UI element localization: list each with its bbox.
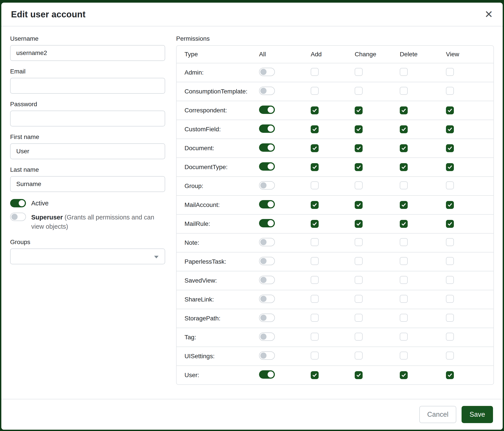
permission-delete-checkbox[interactable] (400, 87, 408, 95)
permission-delete-checkbox[interactable] (400, 257, 408, 265)
permission-delete-checkbox[interactable] (400, 238, 408, 246)
permission-delete-checkbox[interactable] (400, 181, 408, 189)
permission-view-checkbox[interactable] (446, 201, 454, 209)
permission-all-toggle[interactable] (259, 314, 275, 322)
permission-all-toggle[interactable] (259, 162, 275, 171)
permission-view-checkbox[interactable] (446, 352, 454, 359)
permission-view-checkbox[interactable] (446, 257, 454, 265)
permission-add-checkbox[interactable] (311, 163, 319, 171)
permission-view-checkbox[interactable] (446, 371, 454, 379)
permission-add-checkbox[interactable] (311, 68, 319, 76)
permission-delete-checkbox[interactable] (400, 276, 408, 284)
permission-change-checkbox[interactable] (355, 333, 363, 341)
first-name-label: First name (10, 134, 165, 141)
permission-delete-checkbox[interactable] (400, 295, 408, 303)
permission-type-label: StoragePath: (177, 315, 259, 322)
permission-change-checkbox[interactable] (355, 163, 363, 171)
permission-change-checkbox[interactable] (355, 257, 363, 265)
permission-change-checkbox[interactable] (355, 352, 363, 359)
permission-change-checkbox[interactable] (355, 107, 363, 114)
permission-view-checkbox[interactable] (446, 238, 454, 246)
permission-all-toggle[interactable] (259, 200, 275, 208)
permission-add-checkbox[interactable] (311, 144, 319, 152)
permission-add-checkbox[interactable] (311, 107, 319, 114)
permission-add-checkbox[interactable] (311, 276, 319, 284)
permission-view-checkbox[interactable] (446, 87, 454, 95)
permission-change-checkbox[interactable] (355, 314, 363, 322)
permission-delete-checkbox[interactable] (400, 144, 408, 152)
permission-delete-checkbox[interactable] (400, 163, 408, 171)
permission-all-toggle[interactable] (259, 370, 275, 379)
permission-change-checkbox[interactable] (355, 125, 363, 133)
permission-all-toggle[interactable] (259, 295, 275, 303)
save-button[interactable]: Save (462, 406, 493, 423)
permission-view-checkbox[interactable] (446, 125, 454, 133)
permission-view-checkbox[interactable] (446, 220, 454, 228)
permission-change-checkbox[interactable] (355, 201, 363, 209)
permission-type-label: Group: (177, 182, 259, 189)
permission-all-toggle[interactable] (259, 238, 275, 246)
permission-view-checkbox[interactable] (446, 295, 454, 303)
permission-change-checkbox[interactable] (355, 238, 363, 246)
permission-add-checkbox[interactable] (311, 257, 319, 265)
permission-view-checkbox[interactable] (446, 163, 454, 171)
close-icon[interactable]: ✕ (485, 9, 493, 19)
permission-delete-checkbox[interactable] (400, 68, 408, 76)
permission-all-toggle[interactable] (259, 87, 275, 95)
permission-delete-checkbox[interactable] (400, 125, 408, 133)
permission-view-checkbox[interactable] (446, 181, 454, 189)
permission-add-checkbox[interactable] (311, 295, 319, 303)
permission-change-checkbox[interactable] (355, 144, 363, 152)
permission-view-checkbox[interactable] (446, 276, 454, 284)
permission-view-checkbox[interactable] (446, 314, 454, 322)
first-name-input[interactable] (10, 143, 165, 159)
permission-view-checkbox[interactable] (446, 144, 454, 152)
permission-all-toggle[interactable] (259, 332, 275, 341)
permission-delete-checkbox[interactable] (400, 107, 408, 114)
cancel-button[interactable]: Cancel (419, 406, 457, 423)
permission-all-toggle[interactable] (259, 181, 275, 189)
permission-add-checkbox[interactable] (311, 333, 319, 341)
permission-all-toggle[interactable] (259, 106, 275, 114)
permission-all-toggle[interactable] (259, 143, 275, 152)
permission-view-checkbox[interactable] (446, 333, 454, 341)
permission-view-checkbox[interactable] (446, 68, 454, 76)
permission-add-checkbox[interactable] (311, 371, 319, 379)
permission-delete-checkbox[interactable] (400, 352, 408, 359)
permission-change-checkbox[interactable] (355, 68, 363, 76)
permission-change-checkbox[interactable] (355, 220, 363, 228)
permission-all-toggle[interactable] (259, 68, 275, 76)
permission-change-checkbox[interactable] (355, 276, 363, 284)
permission-change-checkbox[interactable] (355, 371, 363, 379)
permission-delete-checkbox[interactable] (400, 371, 408, 379)
permission-change-checkbox[interactable] (355, 87, 363, 95)
active-toggle[interactable] (10, 199, 26, 207)
permission-all-toggle[interactable] (259, 257, 275, 265)
permission-delete-checkbox[interactable] (400, 333, 408, 341)
permission-all-toggle[interactable] (259, 276, 275, 284)
username-input[interactable] (10, 45, 165, 61)
groups-select[interactable] (10, 249, 165, 264)
permission-all-toggle[interactable] (259, 125, 275, 133)
permission-add-checkbox[interactable] (311, 314, 319, 322)
superuser-toggle[interactable] (10, 213, 26, 221)
password-input[interactable] (10, 111, 165, 126)
permission-add-checkbox[interactable] (311, 352, 319, 359)
permission-add-checkbox[interactable] (311, 201, 319, 209)
permission-all-toggle[interactable] (259, 219, 275, 227)
permission-change-checkbox[interactable] (355, 181, 363, 189)
permission-all-toggle[interactable] (259, 351, 275, 360)
permission-add-checkbox[interactable] (311, 87, 319, 95)
permission-delete-checkbox[interactable] (400, 220, 408, 228)
last-name-input[interactable] (10, 176, 165, 192)
permission-type-label: Admin: (177, 69, 259, 76)
permission-change-checkbox[interactable] (355, 295, 363, 303)
permission-view-checkbox[interactable] (446, 107, 454, 114)
permission-add-checkbox[interactable] (311, 238, 319, 246)
permission-add-checkbox[interactable] (311, 181, 319, 189)
permission-add-checkbox[interactable] (311, 125, 319, 133)
permission-delete-checkbox[interactable] (400, 201, 408, 209)
permission-add-checkbox[interactable] (311, 220, 319, 228)
permission-delete-checkbox[interactable] (400, 314, 408, 322)
email-input[interactable] (10, 78, 165, 94)
